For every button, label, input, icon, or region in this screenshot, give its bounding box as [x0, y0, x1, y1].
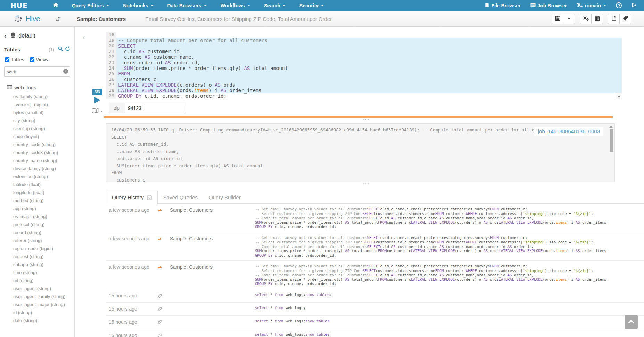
column-item[interactable]: bytes (smallint)	[0, 109, 74, 117]
code-token: total_amount	[250, 65, 288, 71]
code-token: customer_name,ords.order_id	[444, 273, 507, 277]
help-button[interactable]	[616, 2, 622, 8]
history-row[interactable]: a few seconds agoSample: Customers-- Get…	[106, 204, 644, 232]
code-token: AS	[391, 273, 396, 277]
history-row[interactable]: 15 hours agoselect * from web_logs;show …	[106, 316, 644, 329]
nav-menu-workflows[interactable]: Workflows	[221, 3, 250, 8]
column-item[interactable]: referer (string)	[0, 236, 74, 244]
history-query-line: SUM(order_items.price * order_items.qty)…	[255, 277, 644, 282]
editor-scroll-down-button[interactable]	[616, 93, 622, 99]
logout-button[interactable]	[631, 2, 639, 9]
column-item[interactable]: app (string)	[0, 204, 74, 212]
code-token: ) i	[209, 88, 221, 93]
column-item[interactable]: _version_ (bigint)	[0, 101, 74, 109]
clear-search-icon[interactable]	[63, 69, 68, 74]
refresh-icon[interactable]	[63, 46, 70, 53]
column-item[interactable]: latitude (float)	[0, 180, 74, 188]
code-token: c.id, c.name, ords.order_id;	[273, 225, 336, 229]
home-button[interactable]	[53, 2, 59, 9]
query-history-icon[interactable]: ↺	[55, 15, 60, 23]
filter-tables[interactable]: Tables	[5, 57, 24, 62]
filter-views[interactable]: Views	[30, 57, 48, 62]
scroll-to-top-button[interactable]	[625, 315, 638, 329]
tables-checkbox[interactable]	[5, 57, 9, 62]
views-checkbox[interactable]	[30, 57, 34, 62]
tab-label: Query History	[112, 194, 144, 200]
tab-label: Query Builder	[209, 194, 241, 200]
column-item[interactable]: region_code (bigint)	[0, 244, 74, 252]
column-item[interactable]: id (string)	[0, 308, 74, 316]
column-item[interactable]: subapp (string)	[0, 260, 74, 268]
tab-saved-queries[interactable]: Saved Queries	[158, 191, 203, 204]
table-item-web-logs[interactable]: web_logs	[0, 78, 74, 93]
query-title[interactable]: Sample: Customers	[77, 16, 126, 22]
code-token: AS	[439, 273, 444, 277]
resize-handle[interactable]	[363, 183, 370, 184]
code-token: AS	[576, 277, 580, 281]
scrollbar-thumb[interactable]	[610, 129, 613, 152]
column-item[interactable]: country_code (string)	[0, 141, 74, 149]
code-token: -- Compute total amount per order for al…	[255, 244, 367, 249]
database-name[interactable]: default	[18, 33, 35, 39]
schedule-button[interactable]	[591, 14, 603, 24]
save-button[interactable]	[552, 14, 563, 24]
nav-menu-security[interactable]: Security	[299, 3, 324, 8]
code-token: AS	[507, 273, 512, 277]
resize-handle[interactable]	[363, 119, 370, 120]
column-item[interactable]: protocol (string)	[0, 220, 74, 228]
nav-user-menu[interactable]: romain	[577, 2, 606, 9]
new-query-button[interactable]	[608, 14, 620, 24]
column-item[interactable]: longitude (float)	[0, 188, 74, 196]
settings-button[interactable]	[580, 14, 592, 24]
code-token: c.name	[118, 54, 145, 60]
column-item[interactable]: country_name (string)	[0, 157, 74, 165]
navigate-map-button[interactable]	[92, 108, 103, 114]
code-token: WHERE	[466, 211, 477, 216]
column-item[interactable]: record (string)	[0, 228, 74, 236]
column-item[interactable]: code (tinyint)	[0, 133, 74, 141]
history-row[interactable]: 15 hours agoselect * from web_logs;show …	[106, 289, 644, 303]
column-item[interactable]: os_family (string)	[0, 93, 74, 101]
job-link[interactable]: job_1461888648136_0003	[538, 128, 600, 134]
column-item[interactable]: url (string)	[0, 276, 74, 284]
sql-editor[interactable]: 1819-- Compute total amount per order fo…	[106, 32, 622, 99]
search-icon[interactable]	[56, 46, 63, 53]
nav-job-browser[interactable]: Job Browser	[530, 3, 567, 8]
table-search-input[interactable]	[4, 66, 70, 77]
column-item[interactable]: extension (string)	[0, 172, 74, 180]
history-row[interactable]: 15 hours agoselect * from web_logs;	[106, 303, 644, 316]
column-item[interactable]: date (string)	[0, 316, 74, 324]
code-token: AS	[484, 220, 488, 224]
column-item[interactable]: user_agent_family (string)	[0, 292, 74, 300]
column-item[interactable]: client_ip (string)	[0, 125, 74, 133]
column-item[interactable]: request (string)	[0, 252, 74, 260]
hue-logo[interactable]: HUE	[10, 1, 28, 10]
tab-query-history[interactable]: Query History	[106, 191, 158, 204]
nav-menu-search[interactable]: Search	[264, 3, 286, 8]
nav-file-browser[interactable]: File Browser	[485, 2, 520, 9]
column-item[interactable]: user_agent (string)	[0, 284, 74, 292]
column-item[interactable]: method (string)	[0, 196, 74, 204]
column-item[interactable]: device_family (string)	[0, 165, 74, 172]
variable-input[interactable]	[125, 103, 186, 113]
tags-button[interactable]	[619, 14, 631, 24]
column-item[interactable]: user_agent_major (string)	[0, 300, 74, 308]
nav-menu-query-editors[interactable]: Query Editors	[72, 3, 109, 8]
jet-icon	[157, 264, 170, 271]
column-item[interactable]: country_code3 (string)	[0, 149, 74, 157]
column-item[interactable]: time (string)	[0, 268, 74, 276]
column-item[interactable]: city (string)	[0, 117, 74, 125]
tab-query-builder[interactable]: Query Builder	[203, 191, 246, 204]
scroll-up-icon[interactable]	[609, 126, 613, 128]
tab-label: Saved Queries	[163, 194, 198, 200]
nav-menu-notebooks[interactable]: Notebooks	[123, 3, 153, 8]
save-options-button[interactable]	[563, 14, 575, 24]
history-row[interactable]: 15 hours agoselect * from web_logs;show …	[106, 329, 644, 337]
history-row[interactable]: a few seconds agoSample: Customers-- Get…	[106, 261, 644, 289]
app-name[interactable]: Hive	[26, 15, 40, 23]
execute-button[interactable]	[94, 97, 100, 103]
history-row[interactable]: a few seconds agoSample: Customers-- Get…	[106, 232, 644, 261]
log-scrollbar[interactable]	[609, 125, 613, 180]
nav-menu-data-browsers[interactable]: Data Browsers	[167, 3, 207, 8]
column-item[interactable]: os_major (string)	[0, 212, 74, 220]
